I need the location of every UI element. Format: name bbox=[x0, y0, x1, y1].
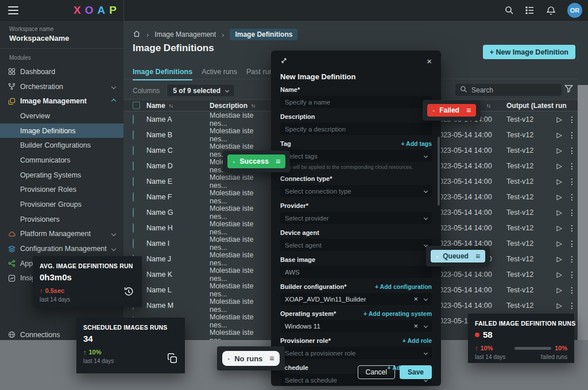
row-checkbox[interactable] bbox=[133, 130, 134, 140]
hamburger-menu-button[interactable] bbox=[8, 6, 18, 14]
row-menu-button[interactable]: ⋮ bbox=[566, 208, 578, 217]
sidebar-item-platform-management[interactable]: Platform Management bbox=[0, 227, 123, 242]
add-role-link[interactable]: + Add role bbox=[403, 337, 432, 344]
run-play-button[interactable]: ▷ bbox=[552, 208, 566, 217]
row-menu-button[interactable]: ⋮ bbox=[566, 130, 578, 140]
row-menu-button[interactable]: ⋮ bbox=[566, 146, 578, 155]
device-agent-select[interactable]: Select agent bbox=[280, 239, 432, 251]
history-icon[interactable] bbox=[122, 285, 135, 300]
clear-icon[interactable]: × bbox=[413, 323, 418, 329]
sidebar-item-communicators[interactable]: Communicators bbox=[0, 153, 123, 168]
connection-type-select[interactable]: Select connection type bbox=[280, 185, 432, 197]
row-checkbox[interactable] bbox=[133, 239, 134, 248]
queue-list-icon[interactable] bbox=[525, 6, 535, 15]
sort-icon[interactable]: ↑↓ bbox=[251, 103, 255, 109]
run-play-button[interactable]: ▷ bbox=[552, 162, 566, 170]
run-play-button[interactable]: ▷ bbox=[552, 240, 566, 248]
row-checkbox[interactable] bbox=[133, 177, 134, 186]
cancel-button[interactable]: Cancel bbox=[358, 365, 395, 379]
list-icon[interactable]: ≡ bbox=[269, 354, 274, 363]
list-icon[interactable]: ≡ bbox=[466, 106, 471, 115]
row-menu-button[interactable]: ⋮ bbox=[566, 270, 578, 279]
select-all-checkbox[interactable] bbox=[133, 102, 140, 109]
workspace-name[interactable]: WorkspaceName bbox=[9, 34, 114, 43]
clear-icon[interactable]: × bbox=[413, 296, 418, 302]
breadcrumb-image-management[interactable]: Image Management bbox=[154, 30, 216, 38]
run-play-button[interactable]: ▷ bbox=[552, 224, 566, 232]
sidebar-item-orchestration[interactable]: Orchestration bbox=[0, 79, 123, 94]
row-menu-button[interactable]: ⋮ bbox=[566, 239, 578, 248]
row-checkbox[interactable] bbox=[133, 192, 134, 202]
new-image-definition-button[interactable]: + New Image Definition bbox=[483, 45, 575, 59]
base-image-field[interactable]: AWS bbox=[280, 266, 432, 278]
run-play-button[interactable]: ▷ bbox=[552, 302, 566, 310]
status-badge-failed[interactable]: ● Failed ≡ bbox=[427, 104, 476, 117]
run-play-button[interactable]: ▷ bbox=[552, 255, 566, 263]
user-avatar[interactable]: OR bbox=[567, 3, 582, 18]
bell-icon[interactable] bbox=[546, 6, 556, 16]
tags-select[interactable]: Select tags bbox=[280, 150, 432, 162]
run-play-button[interactable]: ▷ bbox=[552, 193, 566, 201]
row-menu-button[interactable]: ⋮ bbox=[566, 285, 578, 295]
sidebar-item-image-definitions[interactable]: Image Definitions bbox=[0, 123, 123, 138]
row-checkbox[interactable] bbox=[133, 161, 134, 171]
column-header-description[interactable]: Description↑↓ bbox=[210, 102, 271, 110]
run-play-button[interactable]: ▷ bbox=[552, 115, 566, 123]
add-tags-link[interactable]: + Add tags bbox=[401, 140, 432, 147]
row-checkbox[interactable] bbox=[133, 208, 134, 217]
table-search-input[interactable]: Search bbox=[455, 84, 562, 96]
builder-configuration-select[interactable]: XOAP_AVD_Win11_Builder× bbox=[280, 293, 432, 305]
row-checkbox[interactable] bbox=[133, 223, 134, 233]
operating-system-select[interactable]: Windows 11× bbox=[280, 320, 432, 332]
provisioner-role-select[interactable]: Select a provisioner role bbox=[280, 347, 432, 359]
sort-icon[interactable]: ↑↓ bbox=[169, 103, 173, 109]
run-play-button[interactable]: ▷ bbox=[552, 146, 566, 155]
run-play-button[interactable]: ▷ bbox=[552, 286, 566, 294]
description-field[interactable]: Specify a description bbox=[280, 123, 432, 135]
list-icon[interactable]: ≡ bbox=[276, 157, 280, 166]
sidebar-item-configuration-management[interactable]: Configuration Management bbox=[0, 241, 123, 256]
bar-caption: failed runs bbox=[541, 354, 567, 360]
resize-icon[interactable] bbox=[280, 56, 288, 67]
run-play-button[interactable]: ▷ bbox=[552, 271, 566, 279]
column-header-output[interactable]: Output (Latest run bbox=[506, 102, 578, 110]
copy-icon[interactable] bbox=[167, 353, 178, 366]
sidebar-item-provisioners[interactable]: Provisioners bbox=[0, 212, 123, 227]
add-configuration-link[interactable]: + Add configuration bbox=[375, 283, 432, 290]
status-badge-no-runs[interactable]: ● No runs ≡ bbox=[222, 351, 280, 366]
breadcrumb-image-definitions[interactable]: Image Definitions bbox=[230, 29, 297, 40]
row-menu-button[interactable]: ⋮ bbox=[566, 192, 578, 202]
sort-icon[interactable]: ↑↓ bbox=[486, 103, 490, 109]
row-menu-button[interactable]: ⋮ bbox=[566, 223, 578, 233]
name-field[interactable]: Specify a name bbox=[280, 96, 432, 108]
row-checkbox[interactable] bbox=[133, 146, 134, 155]
column-header-name[interactable]: Name↑↓ bbox=[146, 102, 210, 110]
provider-select[interactable]: Select provider bbox=[280, 212, 432, 224]
save-button[interactable]: Save bbox=[400, 365, 432, 379]
status-badge-queued[interactable]: ● Queued ≡ bbox=[431, 250, 485, 262]
add-operating-system-link[interactable]: + Add operating system bbox=[363, 310, 432, 317]
sidebar-item-overview[interactable]: Overview bbox=[0, 109, 123, 123]
home-icon[interactable] bbox=[133, 30, 141, 40]
close-icon[interactable]: × bbox=[427, 58, 432, 65]
sidebar-item-builder-configurations[interactable]: Builder Configurations bbox=[0, 138, 123, 153]
row-menu-button[interactable]: ⋮ bbox=[566, 254, 578, 264]
list-icon[interactable]: ≡ bbox=[475, 252, 480, 261]
row-checkbox[interactable] bbox=[133, 115, 134, 124]
row-menu-button[interactable]: ⋮ bbox=[566, 161, 578, 171]
filter-icon[interactable] bbox=[564, 84, 573, 95]
sidebar-item-dashboard[interactable]: Dashboard bbox=[0, 64, 123, 79]
row-menu-button[interactable]: ⋮ bbox=[566, 177, 578, 186]
search-icon[interactable] bbox=[505, 6, 514, 15]
run-play-button[interactable]: ▷ bbox=[552, 131, 566, 139]
sidebar-item-operating-systems[interactable]: Operating Systems bbox=[0, 168, 123, 183]
row-menu-button[interactable]: ⋮ bbox=[566, 301, 578, 310]
status-badge-success[interactable]: ● Success ≡ bbox=[227, 155, 285, 168]
sidebar-item-provisioner-groups[interactable]: Provisioner Groups bbox=[0, 197, 123, 212]
sidebar-item-image-management[interactable]: Image Management bbox=[0, 94, 123, 109]
row-menu-button[interactable]: ⋮ bbox=[566, 115, 578, 124]
run-play-button[interactable]: ▷ bbox=[552, 177, 566, 186]
modal-scrollbar[interactable] bbox=[438, 137, 440, 206]
sidebar-item-provisioner-roles[interactable]: Provisioner Roles bbox=[0, 183, 123, 198]
columns-select[interactable]: 5 of 9 selected bbox=[167, 84, 235, 97]
